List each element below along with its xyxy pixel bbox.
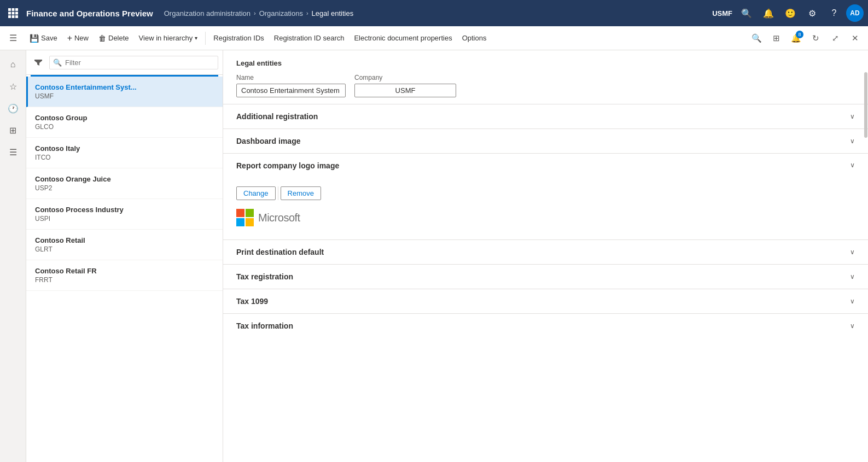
save-button[interactable]: 💾 Save xyxy=(25,32,62,45)
ms-yellow xyxy=(246,218,254,226)
notification-count: 8 xyxy=(796,31,803,38)
view-hierarchy-button[interactable]: View in hierarchy ▾ xyxy=(135,32,202,44)
filter-btn[interactable] xyxy=(31,55,46,70)
section-tax_1099: Tax 1099 ∨ xyxy=(223,289,868,313)
plus-icon: + xyxy=(67,33,72,43)
name-input[interactable] xyxy=(236,84,346,97)
section-chevron-tax_1099: ∨ xyxy=(850,297,855,305)
favorites-nav-btn[interactable]: ☆ xyxy=(3,77,23,96)
name-label: Name xyxy=(236,74,346,81)
toolbar-separator-1 xyxy=(205,32,206,45)
entity-code: GLCO xyxy=(35,123,214,131)
message-center-btn[interactable]: 🔔 8 xyxy=(787,30,805,47)
entity-name: Contoso Retail xyxy=(35,236,214,244)
section-header-tax_registration[interactable]: Tax registration ∨ xyxy=(223,265,868,289)
recent-nav-btn[interactable]: 🕐 xyxy=(3,98,23,118)
section-additional_registration: Additional registration ∨ xyxy=(223,104,868,128)
section-tax_information: Tax information ∨ xyxy=(223,313,868,338)
refresh-btn[interactable]: ↻ xyxy=(807,30,824,47)
entity-list-item[interactable]: Contoso Entertainment Syst... USMF xyxy=(26,77,223,107)
detail-page-title: Legal entities xyxy=(236,59,855,67)
waffle-icon[interactable] xyxy=(4,4,22,22)
section-title-report_company_logo: Report company logo image xyxy=(236,161,339,170)
entity-code: USP2 xyxy=(35,184,214,192)
company-input[interactable] xyxy=(354,84,456,97)
entity-list: 🔍 Contoso Entertainment Syst... USMF Con… xyxy=(26,50,223,462)
home-nav-btn[interactable]: ⌂ xyxy=(3,55,23,74)
entity-code: ITCO xyxy=(35,154,214,161)
svg-rect-4 xyxy=(12,12,15,15)
breadcrumb-item-1[interactable]: Organization administration xyxy=(164,9,251,17)
options-button[interactable]: Options xyxy=(458,32,491,44)
section-title-tax_registration: Tax registration xyxy=(236,272,293,281)
breadcrumb-chevron-1: › xyxy=(254,10,256,16)
top-bar-right: USMF 🔍 🔔 🙂 ⚙ ? AD xyxy=(712,3,864,23)
settings-btn[interactable]: ⚙ xyxy=(802,3,822,23)
detail-scrollbar[interactable] xyxy=(864,50,868,462)
section-header-tax_information[interactable]: Tax information ∨ xyxy=(223,314,868,338)
section-header-report_company_logo[interactable]: Report company logo image ∧ xyxy=(223,154,868,178)
close-btn[interactable]: ✕ xyxy=(846,30,864,47)
entity-name: Contoso Process Industry xyxy=(35,206,214,214)
ms-green xyxy=(246,209,254,217)
svg-rect-1 xyxy=(12,8,15,11)
filter-search-icon: 🔍 xyxy=(53,59,62,67)
section-chevron-tax_registration: ∨ xyxy=(850,273,855,280)
breadcrumb-chevron-2: › xyxy=(306,10,308,16)
microsoft-logo: Microsoft xyxy=(236,209,855,226)
search-filter-btn[interactable]: 🔍 xyxy=(748,30,765,47)
top-bar: Finance and Operations Preview Organizat… xyxy=(0,0,868,26)
section-header-tax_1099[interactable]: Tax 1099 ∨ xyxy=(223,289,868,313)
delete-button[interactable]: 🗑 Delete xyxy=(94,32,133,45)
entity-name: Contoso Italy xyxy=(35,144,214,153)
entity-list-item[interactable]: Contoso Retail FR FRRT xyxy=(26,260,223,291)
entity-code: FRRT xyxy=(35,276,214,284)
name-field-group: Name xyxy=(236,74,346,97)
section-report_company_logo: Report company logo image ∧ Change Remov… xyxy=(223,153,868,239)
notification-bell-btn[interactable]: 🔔 xyxy=(759,3,778,23)
entity-name: Contoso Group xyxy=(35,114,214,122)
microsoft-text: Microsoft xyxy=(258,212,300,224)
electronic-document-button[interactable]: Electronic document properties xyxy=(349,32,456,44)
section-header-print_destination[interactable]: Print destination default ∨ xyxy=(223,240,868,264)
section-chevron-report_company_logo: ∧ xyxy=(850,162,855,169)
section-title-tax_1099: Tax 1099 xyxy=(236,297,268,306)
company-label: Company xyxy=(354,74,456,81)
column-chooser-btn[interactable]: ⊞ xyxy=(767,30,785,47)
section-header-additional_registration[interactable]: Additional registration ∨ xyxy=(223,104,868,128)
detail-header: Legal entities Name Company xyxy=(223,50,868,104)
hamburger-btn[interactable]: ☰ xyxy=(4,30,22,47)
entity-list-item[interactable]: Contoso Group GLCO xyxy=(26,107,223,138)
entity-list-item[interactable]: Contoso Process Industry USPI xyxy=(26,199,223,230)
report-logo-content: Change Remove Microsoft xyxy=(223,178,868,239)
user-avatar[interactable]: AD xyxy=(846,4,864,22)
registration-id-search-button[interactable]: Registration ID search xyxy=(270,32,349,44)
section-header-dashboard_image[interactable]: Dashboard image ∨ xyxy=(223,129,868,153)
entity-name: Contoso Entertainment Syst... xyxy=(35,83,214,91)
entity-list-item[interactable]: Contoso Orange Juice USP2 xyxy=(26,168,223,199)
filter-input[interactable] xyxy=(49,56,218,69)
open-new-window-btn[interactable]: ⤢ xyxy=(826,30,844,47)
entity-code: GLRT xyxy=(35,245,214,253)
registration-ids-button[interactable]: Registration IDs xyxy=(209,32,268,44)
breadcrumb-item-2[interactable]: Organizations xyxy=(259,9,303,17)
delete-icon: 🗑 xyxy=(98,34,106,43)
svg-rect-8 xyxy=(15,15,18,18)
remove-logo-button[interactable]: Remove xyxy=(281,186,321,200)
help-btn[interactable]: ? xyxy=(824,3,844,23)
company-code-display: USMF xyxy=(712,9,732,17)
logo-btn-separator xyxy=(278,186,278,200)
section-title-print_destination: Print destination default xyxy=(236,248,324,256)
modules-nav-btn[interactable]: ☰ xyxy=(3,142,23,162)
change-logo-button[interactable]: Change xyxy=(236,186,276,200)
new-button[interactable]: + New xyxy=(63,31,93,45)
search-icon-btn[interactable]: 🔍 xyxy=(737,3,756,23)
entity-name: Contoso Retail FR xyxy=(35,267,214,275)
logo-actions: Change Remove xyxy=(236,186,855,200)
smiley-btn[interactable]: 🙂 xyxy=(780,3,800,23)
workspaces-nav-btn[interactable]: ⊞ xyxy=(3,120,23,140)
section-dashboard_image: Dashboard image ∨ xyxy=(223,128,868,153)
microsoft-grid-icon xyxy=(236,209,254,226)
entity-list-item[interactable]: Contoso Retail GLRT xyxy=(26,230,223,260)
entity-list-item[interactable]: Contoso Italy ITCO xyxy=(26,138,223,168)
